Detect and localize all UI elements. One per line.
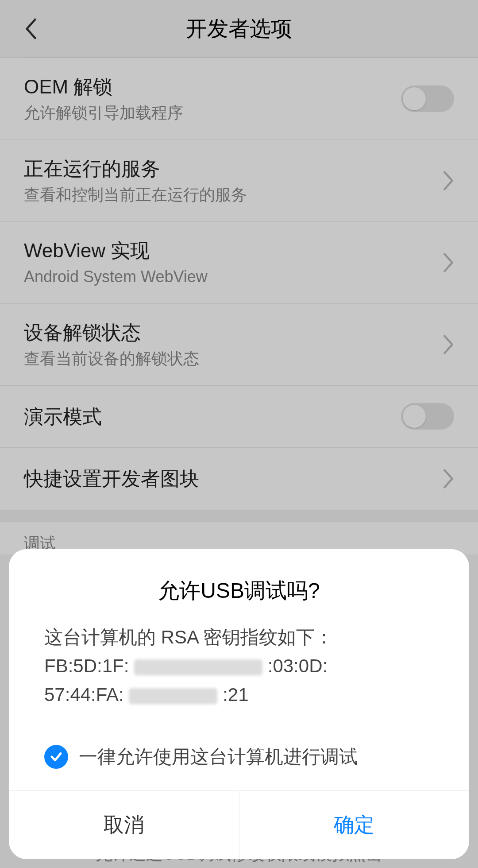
cancel-button[interactable]: 取消 xyxy=(9,791,239,859)
dialog-title: 允许USB调试吗? xyxy=(9,549,469,623)
checkbox-checked[interactable] xyxy=(44,745,68,769)
check-icon xyxy=(50,750,63,763)
ok-button[interactable]: 确定 xyxy=(239,791,470,859)
usb-debug-dialog: 允许USB调试吗? 这台计算机的 RSA 密钥指纹如下： FB:5D:1F: :… xyxy=(9,549,469,859)
fp-segment: FB:5D:1F: xyxy=(44,655,129,676)
dialog-body: 这台计算机的 RSA 密钥指纹如下： FB:5D:1F: :03:0D: 57:… xyxy=(9,623,469,727)
dialog-button-row: 取消 确定 xyxy=(9,790,469,859)
fp-segment: :03:0D: xyxy=(268,655,328,676)
fp-segment: :21 xyxy=(223,684,248,705)
always-allow-row[interactable]: 一律允许使用这台计算机进行调试 xyxy=(9,727,469,790)
redacted-segment xyxy=(129,688,217,704)
fingerprint-line-1: FB:5D:1F: :03:0D: xyxy=(44,651,434,680)
dialog-intro: 这台计算机的 RSA 密钥指纹如下： xyxy=(44,623,434,651)
fp-segment: 57:44:FA: xyxy=(44,684,124,705)
always-allow-label: 一律允许使用这台计算机进行调试 xyxy=(79,744,358,769)
fingerprint-line-2: 57:44:FA: :21 xyxy=(44,680,434,709)
redacted-segment xyxy=(134,659,262,675)
modal-overlay[interactable]: 允许USB调试吗? 这台计算机的 RSA 密钥指纹如下： FB:5D:1F: :… xyxy=(0,0,478,868)
